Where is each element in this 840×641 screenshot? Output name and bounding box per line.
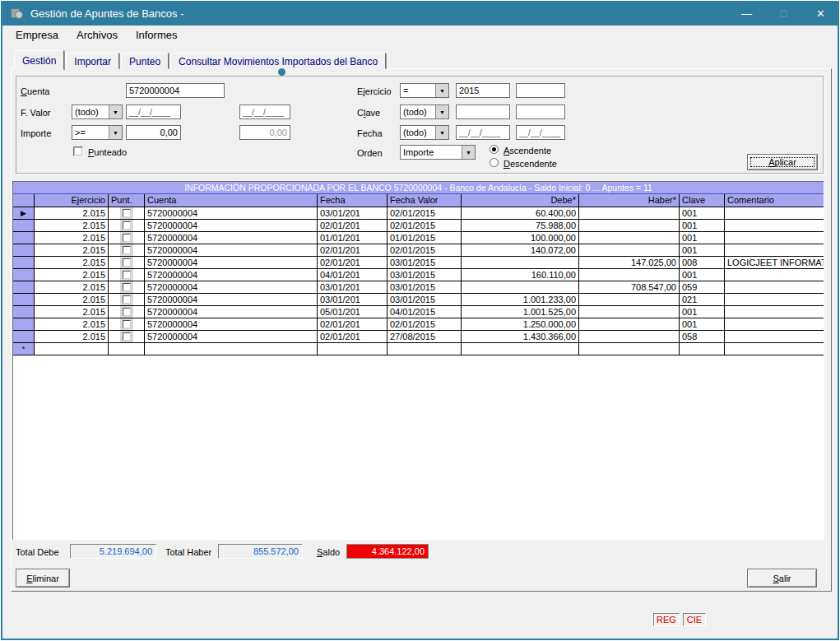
- row-selector[interactable]: ▶: [13, 207, 35, 219]
- cell-comentario[interactable]: [725, 306, 824, 318]
- eliminar-button[interactable]: Eliminar: [16, 569, 70, 588]
- cell-fecha[interactable]: 01/01/201: [318, 232, 388, 244]
- new-record-row[interactable]: *: [13, 343, 824, 355]
- header-fecha-valor[interactable]: Fecha Valor: [388, 194, 462, 207]
- cell-ejercicio[interactable]: 2.015: [35, 306, 109, 318]
- cell-debe[interactable]: 75.988,00: [462, 220, 579, 231]
- cell-fecha_valor[interactable]: 03/01/2015: [388, 294, 462, 305]
- cell-debe[interactable]: 1.001.233,00: [462, 294, 579, 305]
- cell-comentario[interactable]: [725, 220, 824, 231]
- cell-haber[interactable]: 147.025,00: [579, 257, 680, 268]
- cell-haber[interactable]: [579, 244, 680, 256]
- cell-cuenta[interactable]: 5720000004: [145, 269, 318, 281]
- cell-cuenta[interactable]: 5720000004: [145, 331, 318, 342]
- cell-clave[interactable]: 001: [680, 220, 725, 231]
- header-haber[interactable]: Haber*: [579, 194, 680, 207]
- close-button-icon[interactable]: ✕: [802, 1, 839, 26]
- row-selector[interactable]: [13, 306, 35, 318]
- table-row[interactable]: 2.015572000000405/01/20104/01/20151.001.…: [13, 306, 824, 318]
- row-selector[interactable]: [13, 232, 35, 244]
- cell-haber[interactable]: [579, 318, 680, 330]
- header-debe[interactable]: Debe*: [462, 194, 579, 207]
- cell-comentario[interactable]: LOGICJEET INFORMAT: [725, 257, 824, 268]
- importe-from-input[interactable]: 0,00: [126, 125, 181, 140]
- cell-fecha_valor[interactable]: 02/01/2015: [388, 220, 462, 231]
- cell-comentario[interactable]: [725, 244, 824, 256]
- header-ejercicio[interactable]: Ejercicio: [35, 194, 109, 207]
- cell-fecha[interactable]: 04/01/201: [318, 269, 388, 281]
- header-comentario[interactable]: Comentario: [725, 194, 824, 207]
- cell-haber[interactable]: 708.547,00: [579, 281, 680, 293]
- header-punt[interactable]: Punt.: [109, 194, 145, 207]
- cell-ejercicio[interactable]: 2.015: [35, 220, 109, 231]
- cell-debe[interactable]: 60.400,00: [462, 207, 579, 219]
- cell-clave[interactable]: 001: [680, 306, 725, 318]
- cell-cuenta[interactable]: 5720000004: [145, 318, 318, 330]
- cell-clave[interactable]: 001: [680, 318, 725, 330]
- cell-debe[interactable]: 160.110,00: [462, 269, 579, 281]
- punt-checkbox[interactable]: [123, 234, 131, 242]
- table-row[interactable]: 2.015572000000402/01/20102/01/2015140.07…: [13, 244, 824, 257]
- tab-consultar-movimientos[interactable]: Consultar Movimientos Importados del Ban…: [170, 53, 386, 69]
- orden-ascendente-radio[interactable]: [490, 145, 499, 154]
- header-cuenta[interactable]: Cuenta: [145, 194, 318, 207]
- cell-punt[interactable]: [109, 207, 145, 219]
- punteado-checkbox[interactable]: [73, 146, 83, 156]
- cell-fecha_valor[interactable]: 02/01/2015: [388, 244, 462, 256]
- cell-cuenta[interactable]: 5720000004: [145, 257, 318, 268]
- importe-operator-select[interactable]: >= ▼: [72, 125, 123, 140]
- cell-fecha[interactable]: 02/01/201: [318, 331, 388, 342]
- header-clave[interactable]: Clave: [680, 194, 725, 207]
- cell-fecha[interactable]: 05/01/201: [318, 306, 388, 318]
- cell-fecha[interactable]: 02/01/201: [318, 244, 388, 256]
- cell-comentario[interactable]: [725, 331, 824, 342]
- cell-ejercicio[interactable]: 2.015: [35, 281, 109, 293]
- cell-fecha[interactable]: 02/01/201: [318, 220, 388, 231]
- punt-checkbox[interactable]: [123, 271, 131, 279]
- cell-ejercicio[interactable]: 2.015: [35, 269, 109, 281]
- orden-descendente-radio[interactable]: [490, 158, 499, 167]
- cell-ejercicio[interactable]: 2.015: [35, 244, 109, 256]
- cell-punt[interactable]: [109, 244, 145, 256]
- fecha-to-input[interactable]: __/__/____: [516, 125, 565, 140]
- cell-fecha[interactable]: 02/01/201: [318, 318, 388, 330]
- cell-haber[interactable]: [579, 207, 680, 219]
- row-selector[interactable]: [13, 257, 35, 268]
- clave-value-input[interactable]: [456, 105, 510, 119]
- punt-checkbox[interactable]: [123, 258, 131, 267]
- cell-cuenta[interactable]: 5720000004: [145, 220, 318, 231]
- fvalor-operator-select[interactable]: (todo) ▼: [72, 105, 123, 119]
- punt-checkbox[interactable]: [123, 246, 131, 254]
- row-selector[interactable]: [13, 269, 35, 281]
- clave-operator-select[interactable]: (todo) ▼: [400, 105, 449, 119]
- cell-fecha_valor[interactable]: 01/01/2015: [388, 232, 462, 244]
- cell-comentario[interactable]: [725, 318, 824, 330]
- table-row[interactable]: ▶2.015572000000403/01/20102/01/201560.40…: [13, 207, 824, 220]
- cell-cuenta[interactable]: 5720000004: [145, 306, 318, 318]
- row-selector[interactable]: [13, 318, 35, 330]
- punt-checkbox[interactable]: [123, 308, 131, 316]
- ejercicio-operator-select[interactable]: = ▼: [400, 83, 449, 98]
- cell-clave[interactable]: 021: [680, 294, 725, 305]
- cell-cuenta[interactable]: 5720000004: [145, 294, 318, 305]
- cell-debe[interactable]: 1.250.000,00: [462, 318, 579, 330]
- cell-punt[interactable]: [109, 331, 145, 342]
- minimize-button-icon[interactable]: —: [728, 1, 765, 26]
- cell-comentario[interactable]: [725, 294, 824, 305]
- cell-fecha_valor[interactable]: 03/01/2015: [388, 269, 462, 281]
- cell-fecha_valor[interactable]: 04/01/2015: [388, 306, 462, 318]
- row-selector[interactable]: [13, 331, 35, 342]
- cell-cuenta[interactable]: 5720000004: [145, 244, 318, 256]
- cell-punt[interactable]: [109, 269, 145, 281]
- menu-informes[interactable]: Informes: [129, 27, 184, 43]
- cell-haber[interactable]: [579, 232, 680, 244]
- table-row[interactable]: 2.015572000000402/01/20102/01/20151.250.…: [13, 318, 824, 331]
- fecha-from-input[interactable]: __/__/____: [456, 125, 510, 140]
- cell-punt[interactable]: [109, 318, 145, 330]
- cell-punt[interactable]: [109, 232, 145, 244]
- tab-punteo[interactable]: Punteo: [121, 53, 169, 69]
- punt-checkbox[interactable]: [123, 221, 131, 230]
- cell-debe[interactable]: 140.072,00: [462, 244, 579, 256]
- cell-clave[interactable]: 001: [680, 244, 725, 256]
- cell-haber[interactable]: [579, 294, 680, 305]
